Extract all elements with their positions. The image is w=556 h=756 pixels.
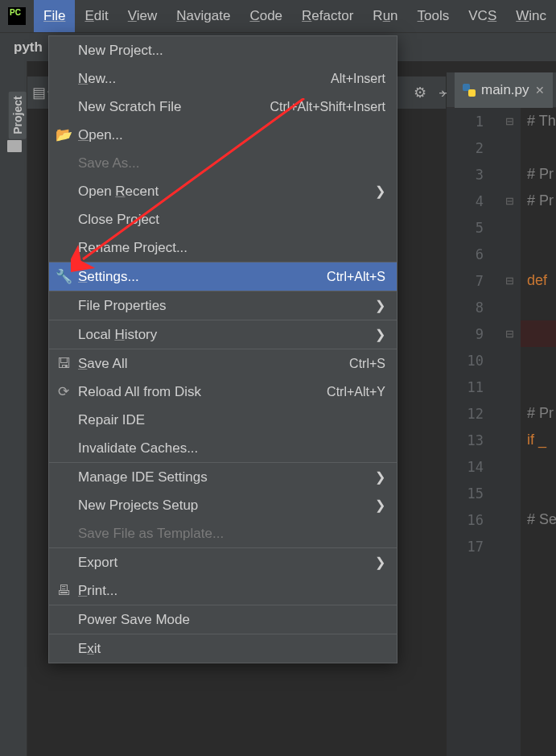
line-number[interactable]: 13▶ xyxy=(447,427,498,453)
submenu-arrow-icon: ❯ xyxy=(375,555,385,570)
code-line[interactable] xyxy=(521,320,556,347)
menu-item-close-project[interactable]: Close Project xyxy=(49,205,397,233)
menu-tools[interactable]: Tools xyxy=(408,0,459,32)
line-number[interactable]: 17 xyxy=(447,533,498,560)
structure-tool-icon[interactable] xyxy=(7,140,22,152)
line-number[interactable]: 10 xyxy=(447,347,498,374)
menu-item-new-scratch-file[interactable]: New Scratch FileCtrl+Alt+Shift+Insert xyxy=(49,93,397,121)
code-line[interactable]: def xyxy=(521,267,556,294)
menu-shortcut: Alt+Insert xyxy=(331,72,385,86)
menu-item-manage-ide-settings[interactable]: Manage IDE Settings❯ xyxy=(49,463,397,491)
code-line[interactable]: # Pr xyxy=(521,161,556,188)
menu-item-rename-project[interactable]: Rename Project... xyxy=(49,233,397,262)
menu-item-export[interactable]: Export❯ xyxy=(49,548,397,576)
menu-shortcut: Ctrl+Alt+Y xyxy=(327,385,385,399)
menu-edit[interactable]: Edit xyxy=(75,0,117,32)
wrench-icon: 🔧 xyxy=(56,268,72,285)
menu-item-label: New Scratch File xyxy=(78,99,181,115)
code-line[interactable]: # Pr xyxy=(521,400,556,427)
menu-item-power-save-mode[interactable]: Power Save Mode xyxy=(49,605,397,634)
fold-marker xyxy=(498,134,521,161)
menu-window[interactable]: Winc xyxy=(506,0,556,32)
fold-marker[interactable]: ⊟ xyxy=(498,320,521,347)
menu-item-exit[interactable]: Exit xyxy=(49,634,397,663)
code-line[interactable] xyxy=(521,533,556,560)
editor-tabs: main.py ✕ xyxy=(447,72,556,108)
code-line[interactable]: # Th xyxy=(521,108,556,134)
line-number[interactable]: 9 xyxy=(447,320,498,347)
menu-item-label: New Projects Setup xyxy=(78,498,198,514)
line-number[interactable]: 4 xyxy=(447,188,498,214)
fold-marker[interactable]: ⊟ xyxy=(498,267,521,294)
menu-item-repair-ide[interactable]: Repair IDE xyxy=(49,406,397,434)
menu-code[interactable]: Code xyxy=(240,0,292,32)
menu-item-new-project[interactable]: New Project... xyxy=(49,36,397,64)
code-line[interactable] xyxy=(521,241,556,267)
code-line[interactable]: # Se xyxy=(521,506,556,533)
menu-item-label: Local History xyxy=(78,327,157,343)
fold-marker xyxy=(498,427,521,453)
menu-item-save-all[interactable]: 🖫Save AllCtrl+S xyxy=(49,349,397,378)
code-line[interactable] xyxy=(521,134,556,161)
fold-marker xyxy=(498,214,521,241)
code-line[interactable] xyxy=(521,294,556,320)
code-line[interactable] xyxy=(521,374,556,400)
line-number[interactable]: 6 xyxy=(447,241,498,267)
menu-item-open-recent[interactable]: Open Recent❯ xyxy=(49,177,397,205)
code-line[interactable] xyxy=(521,480,556,506)
menu-refactor-mn: R xyxy=(302,8,311,23)
line-number[interactable]: 7 xyxy=(447,267,498,294)
menu-run[interactable]: Run xyxy=(363,0,407,32)
submenu-arrow-icon: ❯ xyxy=(375,327,385,342)
code-line[interactable] xyxy=(521,347,556,374)
code-line[interactable]: # Pr xyxy=(521,188,556,214)
code-line[interactable]: if _ xyxy=(521,427,556,453)
menu-item-label: New... xyxy=(78,71,116,87)
line-number[interactable]: 5 xyxy=(447,214,498,241)
line-number[interactable]: 2 xyxy=(447,134,498,161)
menu-item-label: Power Save Mode xyxy=(78,612,190,628)
fold-marker[interactable]: ⊟ xyxy=(498,188,521,214)
menu-item-new-projects-setup[interactable]: New Projects Setup❯ xyxy=(49,491,397,519)
submenu-arrow-icon: ❯ xyxy=(375,298,385,313)
menu-item-label: Settings... xyxy=(78,269,139,285)
menu-item-invalidate-caches[interactable]: Invalidate Caches... xyxy=(49,434,397,462)
menu-item-new[interactable]: New...Alt+Insert xyxy=(49,64,397,93)
tab-close-icon[interactable]: ✕ xyxy=(535,84,545,97)
menu-item-open[interactable]: 📂Open... xyxy=(49,121,397,149)
editor-tab-main[interactable]: main.py ✕ xyxy=(455,72,553,108)
code-line[interactable] xyxy=(521,214,556,241)
fold-marker[interactable]: ⊟ xyxy=(498,108,521,134)
settings-gear-icon[interactable]: ⚙ xyxy=(414,84,426,101)
menu-item-label: Save File as Template... xyxy=(78,526,224,542)
menu-item-label: Save All xyxy=(78,356,127,372)
menu-item-file-properties[interactable]: File Properties❯ xyxy=(49,291,397,320)
menu-item-local-history[interactable]: Local History❯ xyxy=(49,320,397,349)
menu-file[interactable]: File xyxy=(34,0,75,32)
fold-column: ⊟⊟⊟⊟ xyxy=(498,108,521,756)
line-number[interactable]: 16 xyxy=(447,506,498,533)
project-tool-button[interactable]: Project xyxy=(9,91,27,138)
menu-item-label: Manage IDE Settings xyxy=(78,469,208,485)
submenu-arrow-icon: ❯ xyxy=(375,184,385,199)
menu-item-label: Save As... xyxy=(78,155,140,171)
menu-view[interactable]: View xyxy=(118,0,167,32)
line-number[interactable]: 11 xyxy=(447,374,498,400)
folder-icon: ▤ xyxy=(32,84,46,101)
line-number[interactable]: 15 xyxy=(447,480,498,506)
code-content[interactable]: # Th# Pr# Prdef # Prif _# Se xyxy=(521,108,556,756)
line-number[interactable]: 12 xyxy=(447,400,498,427)
code-line[interactable] xyxy=(521,453,556,480)
line-number[interactable]: 3 xyxy=(447,161,498,188)
menu-item-print[interactable]: 🖶Print... xyxy=(49,576,397,605)
menu-refactor[interactable]: Refactor xyxy=(292,0,363,32)
line-number[interactable]: 14 xyxy=(447,453,498,480)
menu-navigate[interactable]: Navigate xyxy=(167,0,240,32)
line-number[interactable]: 1 xyxy=(447,108,498,134)
fold-marker xyxy=(498,241,521,267)
line-number[interactable]: 8 xyxy=(447,294,498,320)
menu-item-settings[interactable]: 🔧Settings...Ctrl+Alt+S xyxy=(49,262,397,291)
menu-window-mn: W xyxy=(516,8,529,23)
menu-vcs[interactable]: VCS xyxy=(459,0,506,32)
menu-item-reload-all-from-disk[interactable]: ⟳Reload All from DiskCtrl+Alt+Y xyxy=(49,378,397,406)
